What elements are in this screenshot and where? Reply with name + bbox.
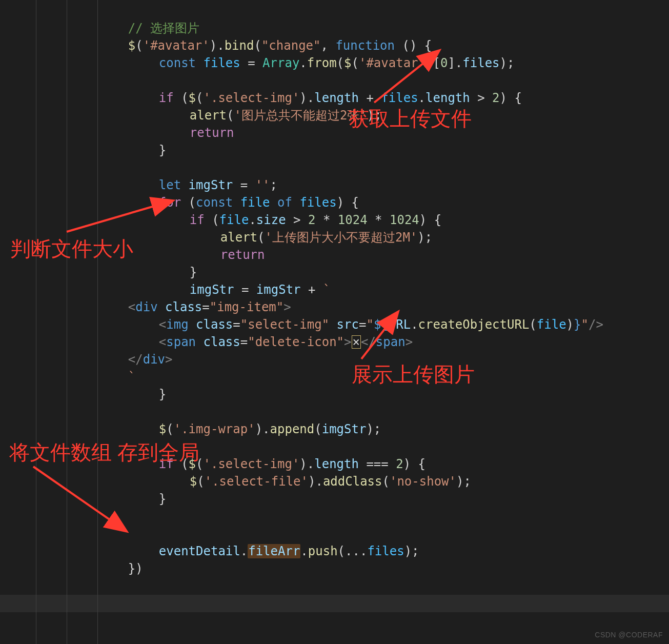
line-highlight (0, 595, 669, 612)
code-editor[interactable]: // 选择图片 $('#avatar').bind("change", func… (0, 0, 669, 644)
annotation-store-array: 将文件数组 存到全局 (9, 438, 199, 467)
code-line: }) (0, 542, 669, 595)
annotation-show-image: 展示上传图片 (352, 360, 475, 389)
annotation-file-size: 判断文件大小 (10, 235, 133, 263)
code-line: } (0, 473, 669, 525)
annotation-get-upload-file: 获取上传文件 (349, 105, 472, 133)
watermark: CSDN @CODERAF (595, 631, 663, 639)
